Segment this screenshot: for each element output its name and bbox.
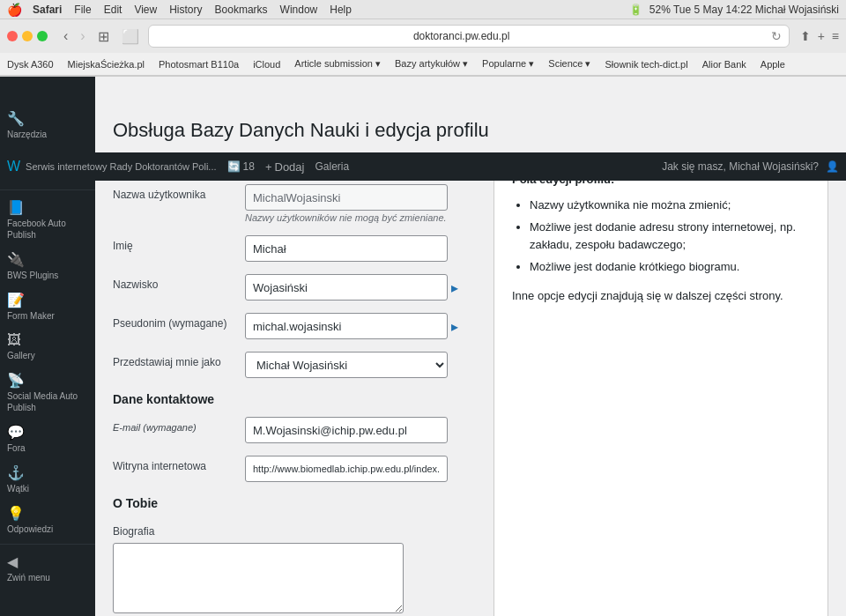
reload-button[interactable]: ↻ [771, 29, 782, 43]
username-hint: Nazwy użytkowników nie mogą być zmienian… [245, 212, 448, 223]
sidebar-item-bws[interactable]: 🔌 BWS Plugins [0, 246, 95, 286]
maximize-window-button[interactable] [37, 31, 48, 41]
tab-button[interactable]: ⬜ [118, 26, 143, 47]
profile-form: Podpis Nazwa użytkownika Nazwy użytkowni… [113, 156, 476, 616]
pseudonim-indicator-icon: ▸ [451, 318, 458, 335]
bookmarks-menu[interactable]: Bookmarks [215, 4, 268, 16]
new-tab-icon[interactable]: + [818, 29, 825, 43]
bookmark-icloud[interactable]: iCloud [253, 59, 280, 70]
wp-content-area: Obsługa Bazy Danych Nauki i edycja profi… [95, 105, 846, 616]
sidebar-separator-1 [0, 189, 95, 190]
gallery-link[interactable]: Galeria [315, 160, 349, 173]
bookmark-apple[interactable]: Apple [761, 59, 785, 70]
site-name[interactable]: Serwis internetowy Rady Doktorantów Poli… [26, 161, 216, 172]
sidebar-label-bws: BWS Plugins [7, 270, 58, 281]
sidebar-item-fora[interactable]: 💬 Fora [0, 419, 95, 459]
sidebar-item-gallery[interactable]: 🖼 Gallery [0, 327, 95, 367]
pseudonim-label: Pseudonim (wymagane) [113, 313, 245, 330]
collapse-icon: ◀ [7, 553, 18, 570]
sidebar-label-zwin: Zwiń menu [7, 572, 50, 583]
sidebar-separator-2 [0, 544, 95, 545]
social-icon: 📡 [7, 372, 25, 389]
bookmark-miejska[interactable]: MiejskaŚcieżka.pl [68, 59, 145, 70]
forward-button[interactable]: › [77, 26, 88, 46]
window-menu[interactable]: Window [280, 4, 318, 16]
sidebar-icon[interactable]: ≡ [832, 29, 839, 43]
sidebar-item-odpowiedzi[interactable]: 💡 Odpowiedzi [0, 500, 95, 540]
nazwisko-field-group: ▸ [245, 274, 458, 301]
pseudonim-field-group: ▸ [245, 313, 458, 339]
forum-icon: 💬 [7, 424, 25, 441]
pseudonim-input[interactable] [245, 313, 448, 339]
username-field-group: Nazwy użytkowników nie mogą być zmienian… [245, 184, 448, 223]
sidebar-item-zwin[interactable]: ◀ Zwiń menu [0, 548, 95, 589]
sidebar-label-narzedzia: Narzędzia [7, 129, 47, 140]
wrench-icon: 🔧 [7, 110, 25, 127]
sidebar-label-watki: Wątki [7, 483, 29, 494]
update-icon: 🔄 [227, 160, 241, 173]
updates-count: 18 [243, 160, 255, 173]
anchor-icon: ⚓ [7, 464, 25, 481]
address-bar[interactable]: doktoranci.pw.edu.pl ↻ [148, 25, 790, 48]
wp-admin-bar: W Serwis internetowy Rady Doktorantów Po… [0, 152, 846, 181]
o-tobie-section-title: O Tobie [113, 496, 476, 510]
menubar-right: 🔋 52% Tue 5 May 14:22 Michał Wojasiński [629, 4, 839, 16]
biografia-textarea[interactable] [113, 543, 404, 613]
nazwisko-label: Nazwisko [113, 274, 245, 291]
bookmark-slownik[interactable]: Słownik tech-dict.pl [605, 59, 688, 70]
bookmark-science[interactable]: Science [548, 58, 590, 70]
przedstawiaj-select[interactable]: Michał Wojasiński [245, 352, 448, 378]
email-input[interactable] [245, 417, 448, 443]
back-button[interactable]: ‹ [60, 26, 71, 46]
plus-icon: + [265, 160, 272, 174]
apple-menu[interactable]: 🍎 [7, 3, 22, 17]
facebook-icon: 📘 [7, 199, 25, 216]
bookmark-dysk[interactable]: Dysk A360 [7, 59, 54, 70]
browser-toolbar: ‹ › ⊞ ⬜ doktoranci.pw.edu.pl ↻ ⬆ + ≡ [0, 19, 846, 53]
info-popup-box: Pola edycji profilu: Nazwy użytkownika n… [494, 156, 828, 616]
safari-menu[interactable]: Safari [33, 4, 62, 16]
info-popup-list: Nazwy użytkownika nie można zmienić; Moż… [512, 197, 810, 277]
minimize-window-button[interactable] [22, 31, 33, 41]
add-new-label: Dodaj [275, 160, 305, 174]
file-menu[interactable]: File [74, 4, 91, 16]
wp-logo[interactable]: W [7, 159, 20, 174]
field-indicator-icon: ▸ [451, 279, 458, 296]
sidebar-label-social: Social Media Auto Publish [7, 390, 88, 413]
sidebar-item-facebook[interactable]: 📘 Facebook Auto Publish [0, 194, 95, 246]
sidebar-item-social[interactable]: 📡 Social Media Auto Publish [0, 367, 95, 419]
sidebar-label-facebook: Facebook Auto Publish [7, 218, 88, 241]
close-window-button[interactable] [7, 31, 18, 41]
sidebar-label-fora: Fora [7, 442, 26, 454]
admin-bar-right: Jak się masz, Michał Wojasiński? 👤 [662, 160, 839, 173]
add-new-button[interactable]: + Dodaj [265, 160, 305, 174]
form-icon: 📝 [7, 292, 25, 308]
view-menu[interactable]: View [134, 4, 157, 16]
sidebar-toggle-button[interactable]: ⊞ [94, 26, 113, 47]
username-input[interactable] [245, 184, 448, 211]
bookmark-alior[interactable]: Alior Bank [702, 59, 746, 70]
battery-icon: 🔋 [629, 4, 642, 16]
updates-indicator[interactable]: 🔄 18 [227, 160, 255, 173]
bookmark-photosmart[interactable]: Photosmart B110a [159, 59, 239, 70]
sidebar-item-narzedzia[interactable]: 🔧 Narzędzia [0, 105, 95, 145]
biografia-row: Biografia Podziel się ze światem szczypt… [113, 521, 476, 616]
username-row: Nazwa użytkownika Nazwy użytkowników nie… [113, 184, 476, 223]
imie-input[interactable] [245, 235, 448, 262]
bookmark-article[interactable]: Article submission [294, 58, 381, 70]
bookmark-bazy[interactable]: Bazy artykułów [395, 58, 468, 70]
time-display: 52% Tue 5 May 14:22 Michał Wojasiński [649, 4, 839, 16]
witryna-input[interactable] [245, 456, 448, 482]
share-icon[interactable]: ⬆ [800, 29, 811, 43]
history-menu[interactable]: History [169, 4, 202, 16]
help-menu[interactable]: Help [330, 4, 352, 16]
sidebar-item-watki[interactable]: ⚓ Wątki [0, 459, 95, 500]
edit-menu[interactable]: Edit [104, 4, 122, 16]
bookmark-popularne[interactable]: Popularne [482, 58, 534, 70]
nazwisko-input[interactable] [245, 274, 448, 301]
sidebar-item-formmaker[interactable]: 📝 Form Maker [0, 286, 95, 327]
browser-chrome: ‹ › ⊞ ⬜ doktoranci.pw.edu.pl ↻ ⬆ + ≡ Dys… [0, 19, 846, 77]
greeting-text: Jak się masz, Michał Wojasiński? [662, 160, 819, 173]
info-popup-item-2: Możliwe jest dodanie adresu strony inter… [530, 219, 810, 256]
url-display: doktoranci.pw.edu.pl [156, 30, 768, 42]
